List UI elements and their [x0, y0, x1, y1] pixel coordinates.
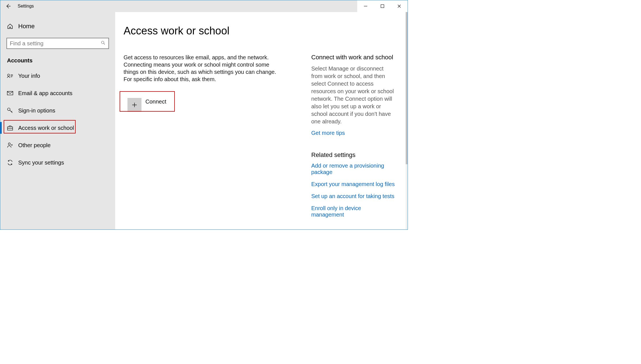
- page-description: Get access to resources like email, apps…: [124, 54, 280, 83]
- sidebar-item-label: Access work or school: [18, 125, 74, 131]
- sync-icon: [7, 159, 13, 166]
- back-button[interactable]: [0, 0, 16, 12]
- page-title: Access work or school: [124, 25, 408, 37]
- briefcase-icon: [7, 125, 13, 131]
- link-export-logs[interactable]: Export your management log files: [311, 181, 395, 187]
- link-get-more-tips[interactable]: Get more tips: [311, 130, 395, 136]
- arrow-left-icon: [5, 3, 11, 9]
- sidebar-item-other-people[interactable]: Other people: [0, 137, 115, 154]
- sidebar-section-title: Accounts: [7, 57, 115, 64]
- content-area: Access work or school Get access to reso…: [115, 12, 408, 229]
- sidebar-item-label: Sync your settings: [18, 159, 64, 166]
- sidebar-item-sync[interactable]: Sync your settings: [0, 154, 115, 171]
- link-setup-tests[interactable]: Set up an account for taking tests: [311, 193, 395, 199]
- person-card-icon: [7, 73, 13, 79]
- sidebar-item-your-info[interactable]: Your info: [0, 67, 115, 84]
- plus-icon: [127, 98, 141, 112]
- search-icon: [101, 40, 106, 47]
- home-label: Home: [18, 23, 35, 30]
- panel-connect-title: Connect with work and school: [311, 54, 395, 61]
- connect-button[interactable]: Connect: [124, 95, 280, 115]
- sidebar: Home Accounts Your info Email & app acco…: [0, 12, 115, 229]
- search-input[interactable]: [10, 40, 101, 47]
- search-box[interactable]: [6, 38, 109, 49]
- svg-point-9: [8, 108, 10, 111]
- link-enroll-device-mgmt[interactable]: Enroll only in device management: [311, 205, 395, 218]
- sidebar-item-label: Email & app accounts: [18, 90, 72, 97]
- svg-rect-8: [7, 91, 13, 95]
- panel-related: Related settings Add or remove a provisi…: [311, 151, 395, 218]
- scrollbar-thumb[interactable]: [406, 12, 408, 164]
- svg-rect-1: [381, 5, 384, 8]
- panel-related-title: Related settings: [311, 151, 395, 159]
- svg-point-2: [101, 41, 104, 44]
- sidebar-item-work-school[interactable]: Access work or school: [0, 119, 115, 137]
- sidebar-item-label: Other people: [18, 142, 51, 149]
- key-icon: [7, 107, 13, 114]
- svg-point-4: [8, 74, 10, 76]
- home-icon: [7, 23, 13, 29]
- sidebar-item-label: Your info: [18, 73, 40, 79]
- svg-line-3: [104, 43, 105, 44]
- people-add-icon: [7, 142, 13, 148]
- connect-label: Connect: [145, 98, 166, 105]
- home-nav[interactable]: Home: [0, 20, 115, 33]
- sidebar-item-label: Sign-in options: [18, 107, 55, 114]
- sidebar-item-email[interactable]: Email & app accounts: [0, 84, 115, 102]
- mail-icon: [7, 90, 13, 96]
- window-title: Settings: [18, 4, 34, 9]
- sidebar-item-signin[interactable]: Sign-in options: [0, 102, 115, 119]
- panel-connect: Connect with work and school Select Mana…: [311, 54, 395, 136]
- titlebar: Settings: [0, 0, 408, 12]
- maximize-button[interactable]: [374, 0, 391, 12]
- link-provisioning-package[interactable]: Add or remove a provisioning package: [311, 163, 395, 175]
- minimize-button[interactable]: [357, 0, 374, 12]
- svg-point-12: [8, 143, 10, 145]
- panel-connect-body: Select Manage or disconnect from work or…: [311, 65, 395, 125]
- close-button[interactable]: [391, 0, 408, 12]
